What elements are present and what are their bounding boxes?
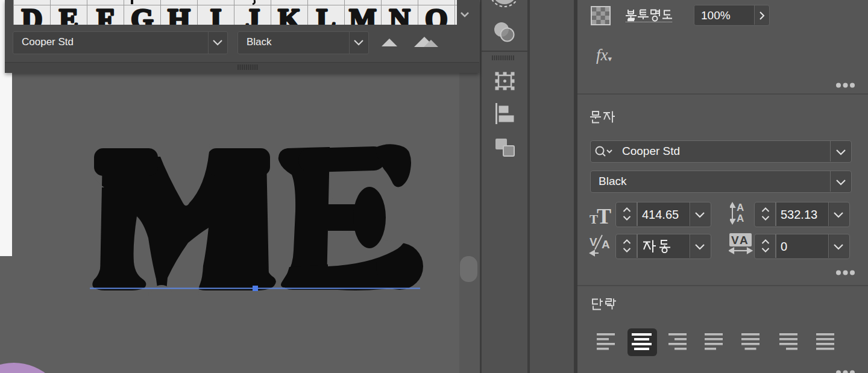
- svg-text:T: T: [597, 204, 611, 225]
- svg-text:H: H: [168, 3, 190, 25]
- svg-text:O: O: [425, 3, 447, 25]
- svg-text:I: I: [210, 3, 222, 25]
- svg-text:A: A: [737, 213, 744, 224]
- svg-text:V: V: [731, 234, 739, 246]
- svg-text:K: K: [278, 3, 300, 25]
- svg-text:G: G: [131, 3, 153, 25]
- svg-text:F: F: [96, 3, 114, 25]
- svg-text:A: A: [740, 234, 748, 246]
- svg-text:A: A: [602, 238, 610, 251]
- svg-text:N: N: [389, 3, 410, 25]
- svg-text:J: J: [245, 3, 260, 25]
- svg-text:A: A: [737, 202, 744, 213]
- svg-text:D: D: [22, 3, 43, 25]
- svg-text:M: M: [349, 3, 376, 25]
- svg-text:E: E: [59, 3, 78, 25]
- svg-text:L: L: [316, 3, 336, 25]
